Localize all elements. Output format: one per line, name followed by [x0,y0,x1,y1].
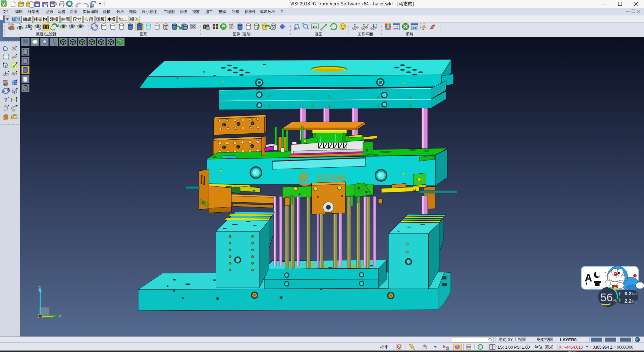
svg-text:?: ? [434,345,437,350]
svg-text:LS: 1.00 PS: 1.00: LS: 1.00 PS: 1.00 [498,345,530,350]
svg-text:M: M [413,189,416,193]
svg-text:M: M [253,189,255,193]
svg-text:V: V [2,2,5,7]
svg-text:?: ? [280,9,283,14]
svg-text:%: % [613,298,617,303]
svg-text:K/s: K/s [632,292,637,296]
svg-text:2.2: 2.2 [625,298,632,304]
svg-text:X =-4464.613: X =-4464.613 [559,345,583,350]
svg-text:M: M [366,149,368,152]
svg-text:?: ? [4,97,7,103]
svg-text:+: + [3,62,4,65]
svg-text:LAYER0: LAYER0 [560,337,577,342]
svg-text:Z: Z [38,285,41,291]
svg-text:INTELLIGENT MANUFACTURING DATA: INTELLIGENT MANUFACTURING DATA [318,181,350,183]
svg-text:0.2: 0.2 [625,291,632,296]
svg-text:K/s: K/s [632,299,637,303]
svg-text:1:1: 1:1 [313,25,317,29]
svg-text:56: 56 [600,291,613,304]
svg-text:Y: Y [58,314,61,319]
svg-text:,: , [585,276,588,286]
svg-text:16:28: 16:28 [568,350,578,352]
svg-text:Y = 0365.964 Z = 0000.000: Y = 0365.964 Z = 0000.000 [586,345,633,350]
